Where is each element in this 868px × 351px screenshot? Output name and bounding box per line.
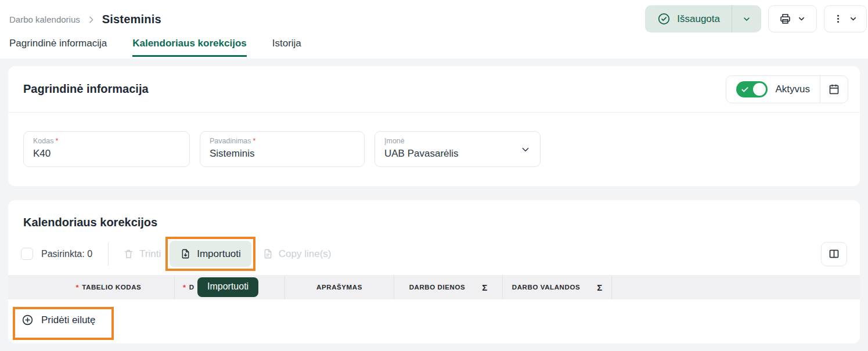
required-asterisk: * bbox=[76, 283, 80, 292]
chevron-down-icon bbox=[742, 15, 751, 24]
status-box: Aktyvus bbox=[726, 75, 848, 103]
tab-calendar-corrections[interactable]: Kalendoriaus korekcijos bbox=[132, 38, 247, 57]
delete-button[interactable]: Trinti bbox=[123, 248, 161, 260]
code-field[interactable]: Kodas * K40 bbox=[23, 131, 190, 167]
check-circle-icon bbox=[658, 13, 670, 25]
highlight-box-add-row: Pridėti eilutę bbox=[13, 307, 114, 340]
import-button-label: Importuoti bbox=[197, 248, 241, 260]
company-select-value: UAB Pavasarėlis bbox=[384, 148, 531, 160]
calendar-button[interactable] bbox=[820, 76, 848, 103]
tab-bar: Pagrindinė informacija Kalendoriaus kore… bbox=[9, 38, 859, 57]
trash-icon bbox=[123, 248, 134, 259]
active-toggle-group[interactable]: Aktyvus bbox=[726, 81, 820, 97]
main-info-card: Pagrindinė informacija Aktyvus bbox=[8, 66, 860, 186]
check-icon bbox=[741, 85, 749, 93]
split-columns-icon bbox=[828, 248, 840, 260]
import-tooltip: Importuoti bbox=[197, 277, 258, 297]
chevron-down-icon bbox=[797, 15, 806, 23]
column-header-darbo-dienos[interactable]: DARBO DIENOS Σ bbox=[394, 275, 502, 299]
copy-lines-button[interactable]: Copy line(s) bbox=[262, 248, 332, 260]
corrections-toolbar: Pasirinkta: 0 Trinti Importuoti bbox=[8, 237, 860, 271]
kebab-menu-icon bbox=[833, 14, 843, 24]
import-button[interactable]: Importuoti bbox=[170, 241, 251, 267]
save-status-main[interactable]: Išsaugota bbox=[645, 13, 732, 25]
column-header-aprasymas[interactable]: APRAŠYMAS bbox=[284, 275, 394, 299]
required-asterisk: * bbox=[55, 137, 58, 146]
tab-main-info[interactable]: Pagrindinė informacija bbox=[9, 38, 107, 57]
main-info-fields: Kodas * K40 Pavadinimas * Sisteminis Įmo… bbox=[8, 113, 860, 186]
column-header-darbo-valandos[interactable]: DARBO VALANDOS Σ bbox=[502, 275, 611, 299]
sum-sigma-icon[interactable]: Σ bbox=[482, 283, 487, 292]
main-content: Pagrindinė informacija Aktyvus bbox=[0, 59, 868, 343]
copy-lines-label: Copy line(s) bbox=[279, 248, 332, 260]
active-toggle-label: Aktyvus bbox=[775, 84, 810, 95]
more-actions-button[interactable] bbox=[824, 5, 867, 32]
save-status-label: Išsaugota bbox=[677, 13, 720, 25]
file-import-icon bbox=[180, 248, 191, 259]
selected-count-label: Pasirinkta: 0 bbox=[41, 249, 92, 259]
required-asterisk: * bbox=[253, 137, 256, 146]
tab-history[interactable]: Istorija bbox=[272, 38, 301, 57]
table-header-row: * TABELIO KODAS * D APRAŠYMAS DARBO DIEN… bbox=[8, 275, 860, 299]
page-title: Sisteminis bbox=[102, 13, 161, 26]
corrections-card: Kalendoriaus korekcijos Pasirinkta: 0 Tr… bbox=[8, 200, 860, 343]
column-header-filler bbox=[611, 275, 860, 299]
breadcrumb-parent-link[interactable]: Darbo kalendorius bbox=[9, 15, 80, 24]
chevron-down-icon bbox=[520, 144, 531, 155]
card-title: Pagrindinė informacija bbox=[23, 82, 149, 96]
company-select-label: Įmonė bbox=[384, 137, 405, 146]
code-field-label: Kodas bbox=[33, 137, 53, 146]
page-header: Darbo kalendorius Sisteminis Išsaugota bbox=[0, 0, 868, 59]
company-select[interactable]: Įmonė UAB Pavasarėlis bbox=[374, 131, 541, 167]
select-all-checkbox[interactable] bbox=[21, 248, 33, 260]
save-status-button[interactable]: Išsaugota bbox=[645, 5, 761, 32]
divider bbox=[108, 243, 109, 266]
sum-sigma-icon[interactable]: Σ bbox=[597, 283, 602, 292]
highlight-box-import: Importuoti bbox=[165, 237, 255, 271]
column-header-tabelio-kodas[interactable]: * TABELIO KODAS bbox=[8, 275, 174, 299]
printer-icon bbox=[779, 13, 791, 25]
column-settings-button[interactable] bbox=[821, 242, 847, 266]
name-field-label: Pavadinimas bbox=[210, 137, 251, 146]
header-actions: Išsaugota bbox=[645, 5, 867, 32]
save-options-caret[interactable] bbox=[732, 5, 761, 32]
toggle-knob bbox=[753, 83, 766, 96]
name-field[interactable]: Pavadinimas * Sisteminis bbox=[200, 131, 365, 167]
work-calendar-page: Darbo kalendorius Sisteminis Išsaugota bbox=[0, 0, 868, 343]
copy-file-icon bbox=[262, 248, 273, 259]
active-toggle[interactable] bbox=[736, 81, 768, 97]
plus-circle-icon bbox=[21, 314, 34, 326]
chevron-down-icon bbox=[849, 15, 858, 23]
code-field-value: K40 bbox=[33, 148, 180, 160]
print-button[interactable] bbox=[768, 5, 817, 32]
name-field-value: Sisteminis bbox=[210, 148, 355, 160]
required-asterisk: * bbox=[183, 283, 186, 292]
card-title: Kalendoriaus korekcijos bbox=[8, 200, 860, 229]
add-row-button[interactable]: Pridėti eilutę bbox=[21, 314, 96, 326]
delete-button-label: Trinti bbox=[139, 248, 161, 260]
calendar-icon bbox=[828, 83, 840, 95]
main-info-card-header: Pagrindinė informacija Aktyvus bbox=[8, 66, 860, 113]
add-row-label: Pridėti eilutę bbox=[41, 314, 96, 326]
chevron-right-icon bbox=[87, 15, 96, 24]
